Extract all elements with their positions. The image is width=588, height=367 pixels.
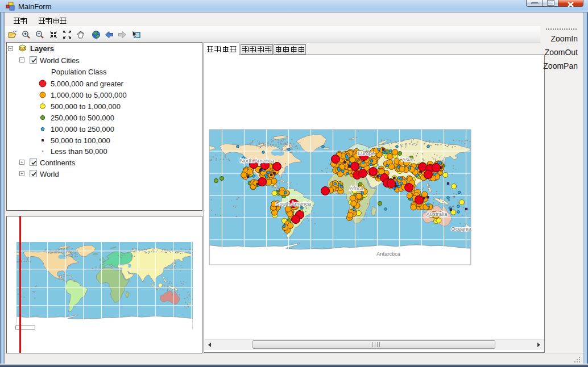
svg-text:Africa: Africa — [350, 185, 364, 191]
svg-text:Asia: Asia — [402, 156, 413, 162]
svg-text:North America: North America — [240, 157, 275, 164]
svg-text:South America: South America — [276, 201, 311, 207]
svg-text:Australia: Australia — [426, 211, 448, 217]
svg-text:Europe: Europe — [358, 150, 375, 156]
svg-text:Antarctica: Antarctica — [376, 251, 401, 257]
svg-text:Oceania: Oceania — [451, 226, 471, 232]
